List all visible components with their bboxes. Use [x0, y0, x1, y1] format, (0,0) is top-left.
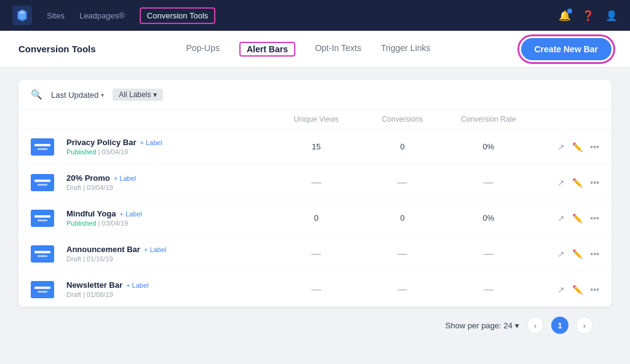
- edit-icon[interactable]: ✏️: [572, 285, 583, 295]
- row-thumbnail: [31, 138, 62, 156]
- edit-icon[interactable]: ✏️: [572, 142, 583, 152]
- edit-icon[interactable]: ✏️: [572, 178, 583, 188]
- table-row: Privacy Policy Bar + Label Published | 0…: [18, 129, 612, 165]
- row-date: 03/04/19: [87, 184, 113, 191]
- logo-icon[interactable]: [12, 6, 32, 25]
- next-page-button[interactable]: ›: [576, 317, 593, 334]
- row-info: Newsletter Bar + Label Draft | 01/08/19: [62, 280, 273, 298]
- add-label-link[interactable]: + Label: [140, 139, 162, 146]
- row-name: 20% Promo + Label: [66, 173, 273, 183]
- tab-popups[interactable]: Pop-Ups: [186, 43, 220, 55]
- prev-page-button[interactable]: ‹: [527, 317, 544, 334]
- tab-trigger-links[interactable]: Trigger Links: [381, 43, 430, 55]
- stat-unique-views: 15: [273, 142, 359, 151]
- stat-conversions: —: [359, 284, 445, 295]
- analytics-icon[interactable]: ↗: [557, 213, 565, 223]
- row-info: Privacy Policy Bar + Label Published | 0…: [62, 138, 273, 156]
- top-navigation: Sites Leadpages® Conversion Tools 🔔 ❓ 👤: [0, 0, 630, 31]
- row-name: Announcement Bar + Label: [66, 245, 273, 254]
- add-label-link[interactable]: + Label: [126, 282, 148, 289]
- pagination-bar: Show per page: 24 ▾ ‹ 1 ›: [18, 307, 612, 344]
- table-row: Announcement Bar + Label Draft | 01/16/1…: [18, 236, 612, 272]
- sub-header: Conversion Tools Pop-Ups Alert Bars Opt-…: [0, 31, 630, 68]
- bar-name-text: Mindful Yoga: [66, 209, 116, 218]
- filter-chevron-icon: ▾: [153, 90, 157, 99]
- sort-button[interactable]: Last Updated ▾: [51, 90, 104, 100]
- stat-conversions: —: [359, 248, 445, 259]
- show-per-page-label: Show per page: 24: [445, 321, 512, 330]
- bar-name-text: Privacy Policy Bar: [66, 138, 136, 147]
- row-date: 03/04/19: [102, 220, 128, 227]
- more-options-icon[interactable]: •••: [590, 249, 599, 259]
- page-title: Conversion Tools: [18, 44, 96, 54]
- table-row: Newsletter Bar + Label Draft | 01/08/19 …: [18, 272, 612, 307]
- nav-left: Sites Leadpages® Conversion Tools: [12, 6, 215, 25]
- row-date: 01/16/19: [87, 255, 113, 263]
- main-content: 🔍 Last Updated ▾ All Labels ▾ Unique Vie…: [0, 68, 630, 356]
- row-actions: ↗ ✏️ •••: [532, 213, 599, 223]
- more-options-icon[interactable]: •••: [590, 213, 599, 223]
- add-label-link[interactable]: + Label: [119, 210, 142, 218]
- row-name: Newsletter Bar + Label: [66, 280, 273, 290]
- edit-icon[interactable]: ✏️: [572, 249, 583, 259]
- col-header-empty: [31, 115, 62, 124]
- analytics-icon[interactable]: ↗: [557, 142, 565, 152]
- stat-conversion-rate: 0%: [445, 213, 532, 223]
- row-meta: Draft | 01/08/19: [66, 291, 273, 298]
- current-page-indicator[interactable]: 1: [551, 317, 568, 334]
- row-meta: Published | 03/04/19: [66, 220, 273, 227]
- row-actions: ↗ ✏️ •••: [532, 142, 599, 152]
- analytics-icon[interactable]: ↗: [557, 249, 565, 259]
- row-thumbnail: [31, 210, 62, 227]
- row-name: Mindful Yoga + Label: [66, 209, 273, 218]
- analytics-icon[interactable]: ↗: [557, 178, 565, 188]
- sub-navigation: Pop-Ups Alert Bars Opt-In Texts Trigger …: [186, 42, 431, 57]
- table-row: 20% Promo + Label Draft | 03/04/19 — — —…: [18, 165, 612, 200]
- tab-alert-bars[interactable]: Alert Bars: [239, 42, 295, 57]
- stat-conversions: —: [359, 177, 445, 188]
- stat-conversions: 0: [359, 142, 445, 151]
- nav-sites[interactable]: Sites: [47, 11, 65, 20]
- help-button[interactable]: ❓: [582, 10, 594, 22]
- show-per-page-control[interactable]: Show per page: 24 ▾: [445, 321, 519, 330]
- more-options-icon[interactable]: •••: [590, 285, 599, 295]
- status-badge: Draft: [66, 255, 81, 263]
- analytics-icon[interactable]: ↗: [557, 285, 565, 295]
- table-container: 🔍 Last Updated ▾ All Labels ▾ Unique Vie…: [18, 80, 612, 307]
- search-icon[interactable]: 🔍: [31, 89, 42, 100]
- col-header-actions: [532, 115, 599, 124]
- stat-conversions: 0: [359, 213, 445, 223]
- column-headers: Unique Views Conversions Conversion Rate: [18, 110, 612, 129]
- stat-conversion-rate: 0%: [445, 142, 532, 151]
- bar-name-text: 20% Promo: [66, 173, 110, 183]
- add-label-link[interactable]: + Label: [114, 175, 136, 182]
- edit-icon[interactable]: ✏️: [572, 213, 583, 223]
- stat-unique-views: —: [273, 284, 359, 295]
- row-meta: Published | 03/04/19: [66, 148, 273, 156]
- create-new-bar-button[interactable]: Create New Bar: [521, 38, 612, 60]
- row-thumbnail: [31, 281, 62, 298]
- table-row: Mindful Yoga + Label Published | 03/04/1…: [18, 200, 612, 236]
- stat-conversion-rate: —: [445, 177, 532, 188]
- tab-optin-texts[interactable]: Opt-In Texts: [315, 43, 361, 55]
- table-toolbar: 🔍 Last Updated ▾ All Labels ▾: [18, 80, 612, 110]
- per-page-chevron-icon: ▾: [515, 321, 519, 330]
- more-options-icon[interactable]: •••: [590, 178, 599, 188]
- stat-conversion-rate: —: [445, 248, 532, 259]
- row-date: 01/08/19: [87, 291, 113, 298]
- row-info: 20% Promo + Label Draft | 03/04/19: [62, 173, 273, 191]
- account-button[interactable]: 👤: [605, 10, 618, 22]
- notifications-button[interactable]: 🔔: [559, 10, 571, 22]
- status-badge: Draft: [66, 184, 81, 191]
- col-header-conversions: Conversions: [359, 115, 445, 124]
- notification-dot: [567, 9, 572, 14]
- filter-labels-button[interactable]: All Labels ▾: [113, 89, 163, 101]
- more-options-icon[interactable]: •••: [590, 142, 599, 152]
- status-badge: Draft: [66, 291, 81, 298]
- nav-leadpages[interactable]: Leadpages®: [79, 11, 125, 20]
- add-label-link[interactable]: + Label: [144, 246, 166, 253]
- nav-conversion-tools[interactable]: Conversion Tools: [140, 7, 215, 24]
- row-thumbnail: [31, 174, 62, 191]
- bar-name-text: Announcement Bar: [66, 245, 140, 254]
- sort-label: Last Updated: [51, 90, 98, 100]
